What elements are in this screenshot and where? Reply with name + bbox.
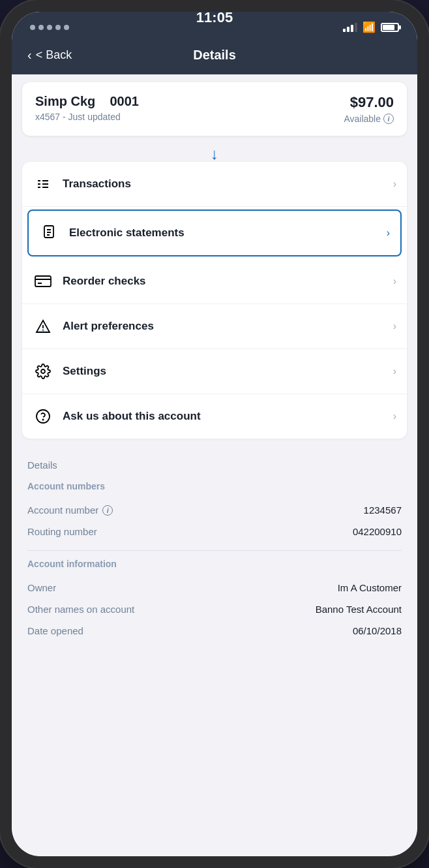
menu-item-ask-us[interactable]: Ask us about this account › <box>22 394 407 439</box>
account-number-row: Account number i 1234567 <box>27 499 402 521</box>
status-icons: 📶 <box>343 21 399 33</box>
other-names-row: Other names on account Banno Test Accoun… <box>27 598 402 620</box>
other-names-value: Banno Test Account <box>316 604 402 615</box>
menu-item-reorder-checks[interactable]: Reorder checks › <box>22 259 407 304</box>
menu-item-settings[interactable]: Settings › <box>22 349 407 394</box>
status-bar: 11:05 📶 <box>12 12 417 40</box>
account-numbers-subsection: Account numbers Account number i 1234567… <box>27 481 402 542</box>
signal-bars-icon <box>343 23 357 32</box>
account-card-left: Simp Ckg 0001 x4567 - Just updated <box>35 94 139 122</box>
dot-3 <box>47 25 52 30</box>
ask-us-label: Ask us about this account <box>63 410 393 423</box>
dot-5 <box>64 25 69 30</box>
account-number-label: Account number i <box>27 504 113 516</box>
account-information-subsection: Account information Owner Im A Customer … <box>27 559 402 642</box>
details-section: Details Account numbers Account number i… <box>12 446 417 856</box>
wifi-icon: 📶 <box>362 21 376 33</box>
owner-label: Owner <box>27 582 56 593</box>
signal-bar-3 <box>351 25 353 32</box>
alert-icon <box>33 316 53 337</box>
alert-preferences-chevron-icon: › <box>393 320 396 332</box>
dot-4 <box>55 25 61 30</box>
section-divider <box>27 550 402 551</box>
svg-point-15 <box>43 330 44 331</box>
electronic-statements-label: Electronic statements <box>69 226 387 240</box>
date-opened-label: Date opened <box>27 625 83 636</box>
back-chevron-icon: ‹ <box>27 48 32 63</box>
menu-list: Transactions › Electronic statements › <box>22 162 407 439</box>
status-dots <box>30 25 69 30</box>
signal-bar-1 <box>343 29 346 32</box>
routing-number-value: 042200910 <box>353 526 402 537</box>
back-label[interactable]: < Back <box>36 48 72 62</box>
page-title: Details <box>193 48 236 63</box>
account-card-right: $97.00 Available i <box>344 94 394 124</box>
available-info-icon[interactable]: i <box>383 114 394 124</box>
settings-label: Settings <box>63 365 393 378</box>
back-button[interactable]: ‹ < Back <box>27 48 72 63</box>
phone-screen: 11:05 📶 ‹ < Back Details <box>12 12 417 856</box>
owner-row: Owner Im A Customer <box>27 577 402 598</box>
dot-2 <box>38 25 44 30</box>
account-name: Simp Ckg 0001 <box>35 94 139 109</box>
signal-bar-4 <box>355 23 357 32</box>
nav-bar: ‹ < Back Details <box>12 40 417 74</box>
transactions-label: Transactions <box>63 178 393 191</box>
dot-1 <box>30 25 35 30</box>
question-icon <box>33 406 53 427</box>
menu-item-electronic-statements[interactable]: Electronic statements › <box>27 209 402 256</box>
date-opened-value: 06/10/2018 <box>353 625 402 636</box>
electronic-statements-chevron-icon: › <box>387 227 390 239</box>
account-card: Simp Ckg 0001 x4567 - Just updated $97.0… <box>22 82 407 136</box>
alert-preferences-label: Alert preferences <box>63 320 393 333</box>
routing-number-label: Routing number <box>27 526 97 537</box>
owner-value: Im A Customer <box>338 582 402 593</box>
document-icon <box>39 223 60 243</box>
other-names-label: Other names on account <box>27 604 134 615</box>
account-number-value: 1234567 <box>364 504 402 516</box>
menu-item-alert-preferences[interactable]: Alert preferences › <box>22 304 407 349</box>
account-number-info-icon[interactable]: i <box>102 505 113 516</box>
svg-point-16 <box>41 369 45 373</box>
svg-rect-6 <box>44 226 53 238</box>
account-sub: x4567 - Just updated <box>35 112 139 122</box>
account-numbers-subtitle: Account numbers <box>27 481 402 491</box>
reorder-checks-chevron-icon: › <box>393 275 396 287</box>
signal-bar-2 <box>347 27 349 32</box>
details-title: Details <box>27 459 402 471</box>
ask-us-chevron-icon: › <box>393 411 396 422</box>
reorder-checks-label: Reorder checks <box>63 275 393 288</box>
account-amount: $97.00 <box>344 94 394 111</box>
battery-fill <box>383 25 394 30</box>
account-available: Available i <box>344 114 394 124</box>
menu-item-transactions[interactable]: Transactions › <box>22 162 407 207</box>
transactions-chevron-icon: › <box>393 178 396 190</box>
date-opened-row: Date opened 06/10/2018 <box>27 620 402 642</box>
account-information-subtitle: Account information <box>27 559 402 569</box>
battery-icon <box>381 23 399 32</box>
svg-rect-10 <box>35 276 51 287</box>
list-icon <box>33 174 53 194</box>
svg-point-17 <box>37 410 50 423</box>
settings-chevron-icon: › <box>393 365 396 377</box>
down-arrow-icon: ↓ <box>211 146 218 162</box>
gear-icon <box>33 361 53 382</box>
routing-number-row: Routing number 042200910 <box>27 521 402 542</box>
phone-shell: 11:05 📶 ‹ < Back Details <box>0 0 429 868</box>
status-time: 11:05 <box>196 12 233 25</box>
card-icon <box>33 271 53 292</box>
